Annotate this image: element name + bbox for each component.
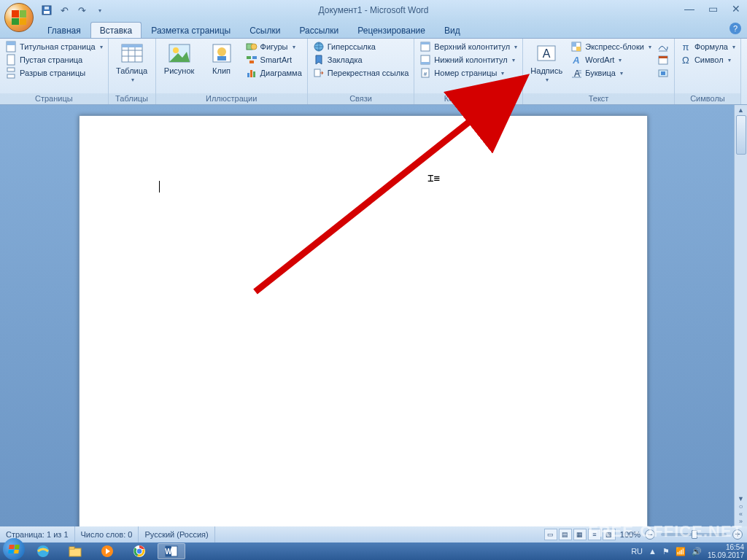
help-icon[interactable]: ? [729, 23, 741, 34]
svg-rect-23 [249, 61, 254, 63]
page-break-icon [5, 67, 17, 79]
svg-rect-6 [7, 68, 15, 71]
object-button[interactable] [655, 66, 671, 79]
wordart-button[interactable]: AWordArt [568, 53, 654, 66]
page[interactable] [79, 115, 648, 526]
scroll-up-icon[interactable]: ▲ [738, 106, 744, 114]
browse-object-icon[interactable]: ○ [738, 502, 743, 510]
svg-point-17 [217, 47, 226, 56]
tray-volume-icon[interactable]: 🔊 [692, 547, 702, 556]
clipart-icon [210, 42, 233, 65]
hyperlink-button[interactable]: Гиперссылка [311, 40, 411, 53]
svg-point-56 [136, 548, 142, 554]
zoom-out-button[interactable]: − [645, 529, 655, 540]
header-icon [419, 41, 431, 52]
undo-icon[interactable]: ↶ [57, 3, 71, 18]
ribbon: Титульная страница Пустая страница Разры… [0, 38, 747, 105]
status-words[interactable]: Число слов: 0 [75, 526, 139, 542]
svg-rect-52 [69, 548, 81, 556]
table-button[interactable]: Таблица [112, 40, 152, 84]
cover-page-button[interactable]: Титульная страница [3, 40, 105, 53]
prev-page-icon[interactable]: « [739, 510, 743, 518]
symbol-button[interactable]: ΩСимвол [678, 53, 738, 66]
footer-button[interactable]: Нижний колонтитул [417, 53, 519, 66]
smartart-button[interactable]: SmartArt [244, 53, 304, 66]
group-text: AНадпись Экспресс-блоки AWordArt AБуквиц… [523, 39, 675, 104]
scroll-down-icon[interactable]: ▼ [738, 495, 744, 502]
tab-references[interactable]: Ссылки [240, 22, 290, 38]
taskbar-chrome[interactable] [125, 543, 153, 559]
office-button[interactable] [4, 3, 34, 32]
quickparts-button[interactable]: Экспресс-блоки [568, 40, 654, 53]
tray-show-hidden-icon[interactable]: ▲ [649, 547, 657, 556]
view-outline-icon[interactable]: ≡ [588, 529, 601, 540]
svg-rect-7 [7, 74, 15, 78]
bookmark-button[interactable]: Закладка [311, 53, 411, 66]
signature-line-button[interactable] [655, 40, 671, 53]
view-reading-icon[interactable]: ▤ [559, 529, 572, 540]
dropcap-button[interactable]: AБуквица [568, 66, 654, 79]
shapes-icon [246, 41, 258, 52]
svg-rect-1 [44, 11, 50, 14]
date-time-button[interactable] [655, 53, 671, 66]
redo-icon[interactable]: ↷ [74, 3, 89, 18]
save-icon[interactable] [39, 3, 54, 18]
page-number-button[interactable]: #Номер страницы [417, 66, 519, 79]
svg-text:#: # [424, 71, 427, 77]
svg-text:W: W [165, 548, 172, 556]
taskbar-word[interactable]: W [158, 543, 185, 559]
minimize-button[interactable]: — [683, 3, 696, 15]
crossref-button[interactable]: Перекрестная ссылка [311, 66, 411, 79]
svg-rect-24 [247, 73, 249, 77]
picture-button[interactable]: Рисунок [159, 40, 200, 76]
tray-clock[interactable]: 16:5415.09.2017 [708, 543, 744, 559]
taskbar-ie[interactable] [29, 543, 57, 559]
tray-network-icon[interactable]: 📶 [676, 547, 686, 556]
tab-mailings[interactable]: Рассылки [290, 22, 348, 38]
vertical-scrollbar[interactable]: ▲ ▼ ○ « » [734, 105, 747, 526]
next-page-icon[interactable]: » [739, 518, 743, 525]
page-break-button[interactable]: Разрыв страницы [3, 66, 105, 79]
view-draft-icon[interactable]: ▧ [603, 529, 616, 540]
document-area[interactable] [0, 105, 734, 526]
object-icon [657, 67, 669, 79]
tray-lang[interactable]: RU [631, 547, 643, 556]
svg-rect-2 [44, 7, 49, 9]
window-title: Документ1 - Microsoft Word [318, 5, 428, 15]
close-button[interactable]: ✕ [729, 3, 743, 15]
view-web-icon[interactable]: ▦ [573, 529, 587, 540]
taskbar-explorer[interactable] [61, 543, 89, 559]
tab-home[interactable]: Главная [38, 22, 90, 38]
table-icon [120, 42, 144, 65]
ibeam-cursor: ⌶≡ [427, 172, 440, 184]
view-print-layout-icon[interactable]: ▭ [544, 529, 557, 540]
zoom-in-button[interactable]: + [732, 529, 743, 540]
tray-action-center-icon[interactable]: ⚑ [662, 547, 670, 556]
tab-view[interactable]: Вид [435, 22, 470, 38]
tab-page-layout[interactable]: Разметка страницы [142, 22, 240, 38]
quick-access-toolbar: ↶ ↷ [39, 3, 107, 18]
shapes-button[interactable]: Фигуры [244, 40, 304, 53]
system-tray: RU ▲ ⚑ 📶 🔊 16:5415.09.2017 [631, 543, 744, 559]
zoom-slider[interactable] [661, 533, 727, 536]
status-language[interactable]: Русский (Россия) [139, 526, 214, 542]
group-tables: Таблица Таблицы [109, 39, 156, 104]
maximize-button[interactable]: ▭ [706, 3, 719, 15]
svg-rect-5 [7, 55, 15, 65]
chart-button[interactable]: Диаграмма [244, 66, 304, 79]
scroll-thumb[interactable] [736, 115, 746, 155]
tab-review[interactable]: Рецензирование [348, 22, 435, 38]
taskbar-media[interactable] [93, 543, 121, 559]
zoom-level[interactable]: 100% [620, 530, 640, 539]
header-button[interactable]: Верхний колонтитул [417, 40, 519, 53]
textbox-button[interactable]: AНадпись [526, 40, 567, 84]
equation-button[interactable]: πФормула [678, 40, 738, 53]
dropcap-icon: A [570, 67, 582, 79]
group-headers-footers: Верхний колонтитул Нижний колонтитул #Но… [414, 39, 523, 104]
clipart-button[interactable]: Клип [201, 40, 242, 76]
qat-customize-icon[interactable] [92, 3, 107, 18]
start-button[interactable] [3, 538, 25, 560]
group-symbols: πФормула ΩСимвол Символы [675, 39, 741, 104]
tab-insert[interactable]: Вставка [90, 22, 142, 38]
blank-page-button[interactable]: Пустая страница [3, 53, 105, 66]
